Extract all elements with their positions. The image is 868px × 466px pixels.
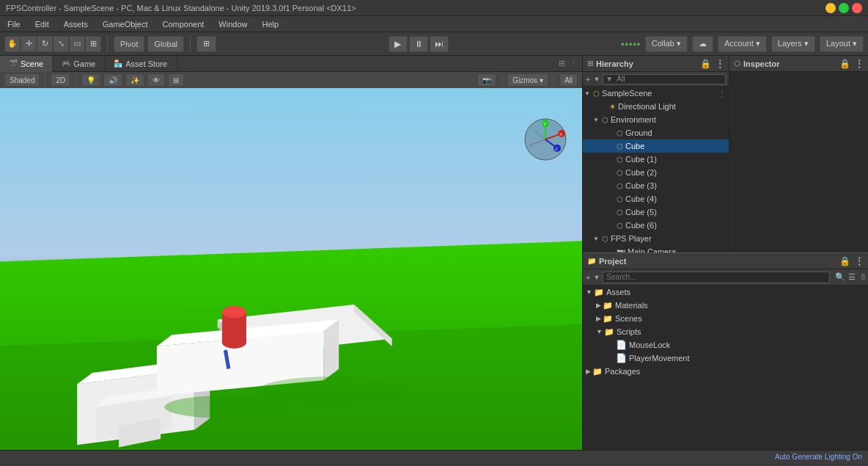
project-item-materials[interactable]: ▶ 📁 Materials — [583, 299, 868, 312]
project-header-icons: 🔒 ⋮ — [839, 256, 864, 266]
tool-scale[interactable]: ⤡ — [53, 36, 69, 52]
layout-button[interactable]: Layout ▾ — [820, 36, 864, 52]
project-item-assets[interactable]: ▼ 📁 Assets — [583, 285, 868, 299]
gizmos-button[interactable]: Gizmos ▾ — [507, 73, 548, 87]
project-item-scripts[interactable]: ▼ 📁 Scripts — [583, 325, 868, 338]
hierarchy-dropdown[interactable]: ▼ — [593, 76, 600, 83]
project-header: 📁 Project 🔒 ⋮ — [583, 253, 868, 269]
tab-scene[interactable]: 🎬 Scene — [0, 56, 53, 72]
tool-move[interactable]: ✛ — [21, 36, 37, 52]
project-filter-icon[interactable]: ☰ — [848, 272, 856, 282]
tool-hand[interactable]: ✋ — [4, 36, 21, 52]
auto-generate-lighting[interactable]: Auto Generate Lighting On — [775, 453, 862, 461]
hierarchy-item-main-camera[interactable]: 📷 Main Camera — [583, 245, 729, 252]
menu-window[interactable]: Window — [216, 18, 250, 30]
hierarchy-item-samplescene[interactable]: ▼ ⬡ SampleScene ⋮ — [583, 87, 729, 100]
right-split: ⊞ Hierarchy 🔒 ⋮ + ▼ ▼ All — [583, 56, 868, 252]
scene-camera[interactable]: 📷 — [477, 73, 496, 87]
hierarchy-item-cube[interactable]: ⬡ Cube — [583, 139, 729, 153]
hierarchy-label: SampleScene — [602, 89, 652, 98]
inspector-menu-icon[interactable]: ⋮ — [855, 59, 864, 69]
scene-dots[interactable]: ⋮ — [718, 90, 726, 98]
hierarchy-title: Hierarchy — [596, 59, 633, 68]
hierarchy-search[interactable]: ▼ All — [603, 74, 726, 84]
scene-particles[interactable]: ⊞ — [168, 73, 184, 87]
menu-assets[interactable]: Assets — [61, 18, 91, 30]
project-add-button[interactable]: + — [586, 273, 590, 282]
hierarchy-container: ⊞ Hierarchy 🔒 ⋮ + ▼ ▼ All — [583, 56, 729, 252]
hierarchy-add-button[interactable]: + — [586, 75, 590, 84]
shading-dropdown[interactable]: Shaded — [4, 73, 40, 87]
scene-canvas[interactable]: Y X Z — [0, 88, 582, 450]
step-button[interactable]: ⏭ — [430, 36, 449, 52]
scene-effects[interactable]: ✨ — [125, 73, 144, 87]
project-dropdown[interactable]: ▼ — [593, 274, 600, 281]
tool-rotate[interactable]: ↻ — [37, 36, 53, 52]
tool-rect[interactable]: ▭ — [69, 36, 85, 52]
menu-gameobject[interactable]: GameObject — [100, 18, 151, 30]
cloud-button[interactable]: ☁ — [692, 36, 713, 52]
project-find-icon[interactable]: 🔍 — [835, 272, 845, 282]
play-button[interactable]: ▶ — [389, 36, 408, 52]
cube-icon: ⬡ — [617, 142, 623, 150]
scene-sep-3 — [501, 74, 502, 86]
expand-icon: ▶ — [586, 368, 591, 375]
hierarchy-item-cube2[interactable]: ⬡ Cube (2) — [583, 166, 729, 179]
scene-view[interactable]: 🎬 Scene 🎮 Game 🏪 Asset Store ⊞ ⋮ Shaded … — [0, 56, 582, 450]
scene-toolbar: Shaded 2D 💡 🔊 ✨ 👁 ⊞ 📷 Gizmos ▾ All — [0, 72, 582, 88]
hierarchy-label: Main Camera — [628, 247, 676, 252]
hierarchy-item-cube1[interactable]: ⬡ Cube (1) — [583, 153, 729, 166]
tool-transform[interactable]: ⊞ — [85, 36, 101, 52]
project-item-mouselock[interactable]: ▶ 📄 MouseLock — [583, 338, 868, 352]
menu-file[interactable]: File — [4, 18, 23, 30]
scene-hidden[interactable]: 👁 — [147, 73, 165, 87]
menu-help[interactable]: Help — [259, 18, 282, 30]
account-button[interactable]: Account ▾ — [718, 36, 767, 52]
menu-component[interactable]: Component — [159, 18, 207, 30]
scene-maximize[interactable]: ⊞ — [559, 59, 565, 68]
project-item-scenes[interactable]: ▶ 📁 Scenes — [583, 312, 868, 325]
hierarchy-item-environment[interactable]: ▼ ⬡ Environment — [583, 113, 729, 126]
maximize-button[interactable] — [839, 3, 849, 13]
scene-menu[interactable]: ⋮ — [570, 59, 578, 68]
right-panel: ⊞ Hierarchy 🔒 ⋮ + ▼ ▼ All — [582, 56, 868, 450]
project-lock-icon[interactable]: 🔒 — [839, 256, 850, 266]
layers-button[interactable]: Layers ▾ — [771, 36, 815, 52]
minimize-button[interactable] — [825, 3, 836, 13]
project-search-input[interactable] — [603, 272, 830, 283]
project-menu-icon[interactable]: ⋮ — [855, 256, 864, 266]
global-button[interactable]: Global — [147, 36, 184, 52]
pause-button[interactable]: ⏸ — [409, 36, 428, 52]
cube-icon: ⬡ — [617, 208, 623, 216]
all-button[interactable]: All — [559, 73, 578, 87]
scene-light[interactable]: 💡 — [81, 73, 100, 87]
axes-gizmo: Y X Z — [523, 117, 567, 161]
hierarchy-lock-icon[interactable]: 🔒 — [700, 59, 711, 69]
hierarchy-item-cube4[interactable]: ⬡ Cube (4) — [583, 192, 729, 205]
hierarchy-menu-icon[interactable]: ⋮ — [716, 59, 724, 69]
project-item-packages[interactable]: ▶ 📁 Packages — [583, 365, 868, 378]
inspector-lock-icon[interactable]: 🔒 — [839, 59, 850, 69]
hierarchy-item-directional-light[interactable]: ☀ Directional Light — [583, 100, 729, 113]
main-area: 🎬 Scene 🎮 Game 🏪 Asset Store ⊞ ⋮ Shaded … — [0, 56, 868, 450]
hierarchy-content: ▼ ⬡ SampleScene ⋮ ☀ Directional Light ▼ — [583, 87, 729, 252]
folder-icon: 📁 — [603, 314, 613, 324]
2d-button[interactable]: 2D — [51, 73, 70, 87]
scene-audio[interactable]: 🔊 — [103, 73, 122, 87]
hierarchy-item-cube6[interactable]: ⬡ Cube (6) — [583, 219, 729, 232]
hierarchy-item-cube3[interactable]: ⬡ Cube (3) — [583, 179, 729, 192]
menu-edit[interactable]: Edit — [32, 18, 52, 30]
hierarchy-label: Ground — [625, 128, 652, 137]
project-item-player-movement[interactable]: ▶ 📄 PlayerMovement — [583, 352, 868, 365]
title-text: FPSController - SampleScene - PC, Mac & … — [6, 4, 356, 12]
pivot-button[interactable]: Pivot — [114, 36, 144, 52]
tab-game[interactable]: 🎮 Game — [53, 56, 105, 72]
snap-button[interactable]: ⊞ — [196, 36, 216, 52]
collab-button[interactable]: Collab ▾ — [645, 36, 688, 52]
hierarchy-item-cube5[interactable]: ⬡ Cube (5) — [583, 205, 729, 219]
close-button[interactable] — [852, 3, 862, 13]
triangle-icon: ▼ — [593, 117, 602, 123]
hierarchy-item-ground[interactable]: ⬡ Ground — [583, 126, 729, 139]
hierarchy-item-fps-player[interactable]: ▼ ⬡ FPS Player — [583, 232, 729, 245]
tab-asset-store[interactable]: 🏪 Asset Store — [105, 56, 177, 72]
